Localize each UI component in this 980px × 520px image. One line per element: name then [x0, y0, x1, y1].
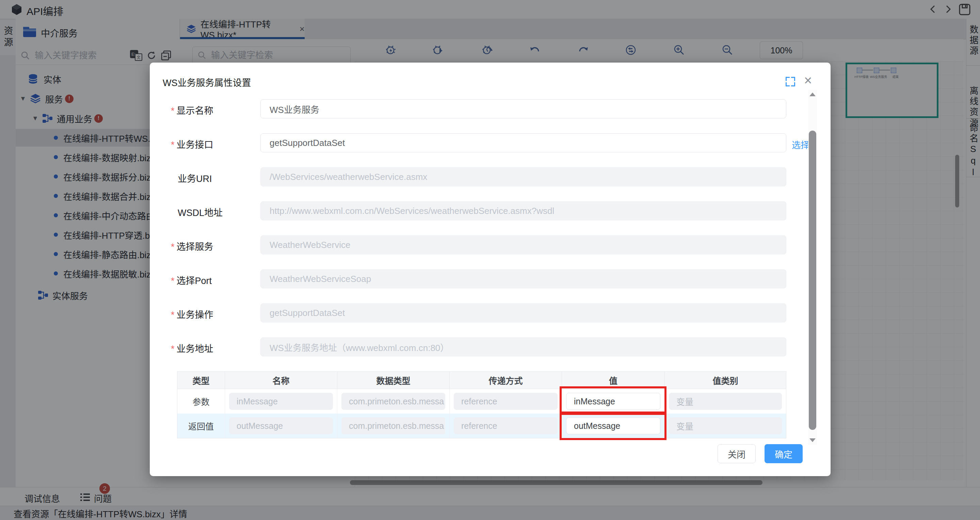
field-label: WSDL地址 — [171, 205, 256, 219]
field-label: *显示名称 — [171, 103, 256, 117]
parameters-table: 类型 名称 数据类型 传递方式 值 值类别 参数 inMessage com.p… — [177, 371, 786, 438]
col-header-type: 类型 — [177, 372, 225, 389]
required-marker: * — [171, 106, 175, 116]
field-label: *业务地址 — [171, 341, 256, 355]
business-operation-input: getSupportDataSet — [260, 303, 786, 322]
required-marker: * — [171, 344, 175, 354]
field-label: 业务URI — [171, 171, 256, 185]
select-service-input: WeatherWebService — [260, 235, 786, 254]
select-link[interactable]: 选择 — [792, 138, 810, 151]
table-row: 参数 inMessage com.primeton.esb.messa refe… — [177, 389, 786, 414]
col-header-valuekind: 值类别 — [665, 372, 786, 389]
field-label: *选择Port — [171, 273, 256, 287]
return-name-input: outMessage — [229, 417, 333, 434]
required-marker: * — [171, 140, 175, 150]
close-button[interactable]: 关闭 — [718, 444, 756, 463]
required-marker: * — [171, 310, 175, 320]
business-interface-input[interactable]: getSupportDataSet — [260, 133, 786, 152]
row-type-label: 参数 — [177, 389, 225, 414]
field-label: *业务接口 — [171, 137, 256, 151]
return-value-input[interactable]: outMessage — [566, 417, 660, 434]
scroll-up-icon[interactable] — [810, 92, 816, 96]
table-header-row: 类型 名称 数据类型 传递方式 值 值类别 — [177, 372, 786, 389]
col-header-passmode: 传递方式 — [450, 372, 562, 389]
param-value-input[interactable]: inMessage — [566, 393, 660, 410]
dialog-close-icon[interactable]: × — [804, 73, 812, 88]
col-header-name: 名称 — [225, 372, 337, 389]
field-label: *选择服务 — [171, 239, 256, 253]
app-window: API编排 资源 中介服务 — [0, 0, 980, 520]
required-marker: * — [171, 276, 175, 286]
ws-service-properties-dialog: WS业务服务属性设置 × *显示名称 WS业务服务 *业务接口 getSuppo… — [150, 63, 830, 476]
field-label: *业务操作 — [171, 308, 256, 321]
table-row: 返回值 outMessage com.primeton.esb.messa re… — [177, 414, 786, 438]
return-datatype-input: com.primeton.esb.messa — [341, 417, 445, 434]
param-passmode-input: reference — [454, 393, 558, 410]
col-header-value: 值 — [562, 372, 665, 389]
wsdl-address-input: http://www.webxml.com.cn/WebServices/wea… — [260, 201, 786, 220]
ok-button[interactable]: 确定 — [765, 444, 803, 463]
select-port-input: WeatherWebServiceSoap — [260, 270, 786, 289]
return-valuekind-input: 变量 — [669, 417, 782, 434]
dialog-title: WS业务服务属性设置 — [163, 76, 251, 89]
param-valuekind-input: 变量 — [669, 393, 782, 410]
param-datatype-input: com.primeton.esb.messa — [341, 393, 445, 410]
scroll-down-icon[interactable] — [810, 438, 816, 442]
return-passmode-input: reference — [454, 417, 558, 434]
col-header-datatype: 数据类型 — [337, 372, 450, 389]
dialog-scrollbar-thumb[interactable] — [809, 131, 816, 430]
business-uri-input: /WebServices/weatherwebService.asmx — [260, 167, 786, 186]
fullscreen-icon[interactable] — [786, 77, 795, 86]
row-type-label: 返回值 — [177, 414, 225, 438]
business-address-input: WS业务服务地址（www.webxml.com.cn:80） — [260, 338, 786, 357]
display-name-input[interactable]: WS业务服务 — [260, 99, 786, 118]
required-marker: * — [171, 242, 175, 252]
param-name-input: inMessage — [229, 393, 333, 410]
